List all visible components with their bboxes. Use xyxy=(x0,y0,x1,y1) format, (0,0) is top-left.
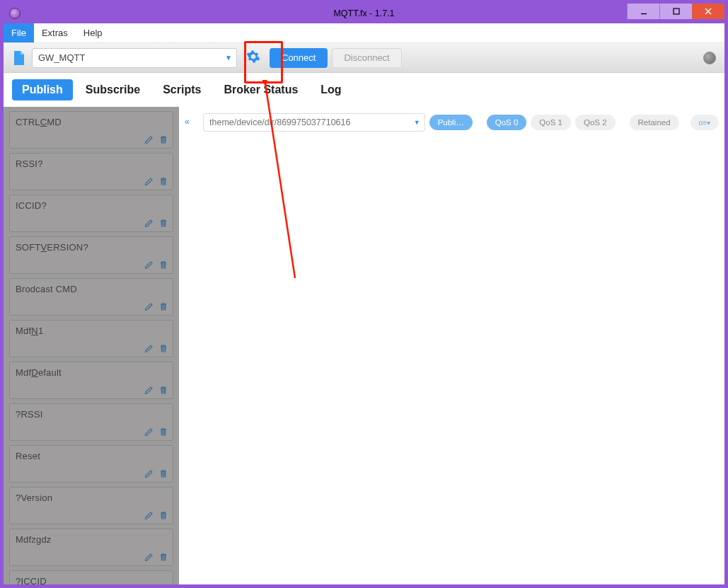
saved-topics-sidebar[interactable]: CTRLCMDRSSI?ICCID?SOFTVERSION?Brodcast C… xyxy=(4,107,179,584)
saved-topic-label: Brodcast CMD xyxy=(10,279,173,299)
trash-icon[interactable] xyxy=(158,260,168,270)
topic-combo[interactable]: theme/device/dir/869975037710616 ▼ xyxy=(203,113,425,132)
trash-icon[interactable] xyxy=(158,552,168,562)
tab-broker-status[interactable]: Broker Status xyxy=(214,79,308,100)
maximize-button[interactable] xyxy=(659,4,692,19)
edit-icon[interactable] xyxy=(144,427,154,437)
saved-topic-item[interactable]: ?RSSI xyxy=(9,403,173,441)
edit-icon[interactable] xyxy=(144,176,154,186)
connect-button[interactable]: Connect xyxy=(270,48,328,68)
sidebar-collapse-button[interactable]: « xyxy=(185,117,196,128)
connection-status-indicator xyxy=(703,52,716,64)
saved-topic-item[interactable]: CTRLCMD xyxy=(9,111,173,149)
format-options-pill[interactable]: o≡▾ xyxy=(691,115,719,130)
saved-topic-item[interactable]: Brodcast CMD xyxy=(9,278,173,316)
saved-topic-item[interactable]: SOFTVERSION? xyxy=(9,236,173,274)
minimize-button[interactable] xyxy=(627,4,659,19)
saved-topic-label: MdfN1 xyxy=(10,321,173,341)
svg-rect-1 xyxy=(674,8,679,14)
disconnect-button[interactable]: Disconnect xyxy=(332,48,401,68)
close-button[interactable] xyxy=(692,4,724,19)
trash-icon[interactable] xyxy=(158,385,168,395)
edit-icon[interactable] xyxy=(144,134,154,144)
trash-icon[interactable] xyxy=(158,343,168,353)
app-icon xyxy=(9,8,21,19)
saved-topic-label: RSSI? xyxy=(10,154,173,174)
tab-publish[interactable]: Publish xyxy=(12,79,73,100)
saved-topic-label: Reset xyxy=(10,446,173,466)
saved-topic-item[interactable]: MdfN1 xyxy=(9,320,173,357)
edit-icon[interactable] xyxy=(144,510,154,520)
publish-button[interactable]: Publi… xyxy=(429,115,473,130)
saved-topic-label: CTRLCMD xyxy=(10,112,173,132)
window-title: MQTT.fx - 1.7.1 xyxy=(4,8,724,18)
saved-topic-label: ?RSSI xyxy=(10,404,173,425)
trash-icon[interactable] xyxy=(158,427,168,437)
edit-icon[interactable] xyxy=(144,218,154,228)
trash-icon[interactable] xyxy=(158,218,168,228)
tab-log[interactable]: Log xyxy=(311,79,351,100)
saved-topic-label: ?ICCID xyxy=(10,571,173,584)
chevron-down-icon: ▼ xyxy=(414,119,420,126)
edit-icon[interactable] xyxy=(144,385,154,395)
edit-icon[interactable] xyxy=(144,301,154,311)
qos-1-pill[interactable]: QoS 1 xyxy=(531,115,571,130)
saved-topic-item[interactable]: MdfDefault xyxy=(9,362,173,399)
edit-icon[interactable] xyxy=(144,468,154,478)
trash-icon[interactable] xyxy=(158,301,168,311)
saved-topic-item[interactable]: ?ICCID xyxy=(9,570,173,584)
saved-topic-item[interactable]: RSSI? xyxy=(9,153,173,190)
chevron-down-icon: ▼ xyxy=(225,54,232,62)
edit-icon[interactable] xyxy=(144,343,154,353)
edit-icon[interactable] xyxy=(144,260,154,270)
connection-profile-combo[interactable]: GW_MQTT ▼ xyxy=(32,48,237,68)
saved-topic-label: ?Version xyxy=(10,488,173,508)
saved-topic-label: Mdfzgdz xyxy=(10,529,173,550)
menu-extras[interactable]: Extras xyxy=(34,23,76,42)
menu-help[interactable]: Help xyxy=(76,23,110,42)
qos-2-pill[interactable]: QoS 2 xyxy=(575,115,616,130)
connection-profile-value: GW_MQTT xyxy=(38,52,85,63)
retained-pill[interactable]: Retained xyxy=(630,115,679,130)
main-tabbar: Publish Subscribe Scripts Broker Status … xyxy=(4,73,724,107)
saved-topic-item[interactable]: Mdfzgdz xyxy=(9,529,173,566)
profile-file-icon xyxy=(12,50,26,67)
connection-bar: GW_MQTT ▼ Connect Disconnect xyxy=(4,43,724,73)
edit-icon[interactable] xyxy=(144,552,154,562)
saved-topic-label: MdfDefault xyxy=(10,362,173,383)
window-titlebar: MQTT.fx - 1.7.1 xyxy=(4,4,724,23)
tab-scripts[interactable]: Scripts xyxy=(153,79,211,100)
saved-topic-item[interactable]: ?Version xyxy=(9,487,173,524)
saved-topic-label: SOFTVERSION? xyxy=(10,237,173,258)
connection-settings-button[interactable] xyxy=(241,47,265,69)
trash-icon[interactable] xyxy=(158,134,168,144)
menubar: File Extras Help xyxy=(4,23,724,43)
trash-icon[interactable] xyxy=(158,510,168,520)
tab-subscribe[interactable]: Subscribe xyxy=(76,79,150,100)
publish-main-area: « theme/device/dir/869975037710616 ▼ Pub… xyxy=(179,107,724,584)
gear-icon xyxy=(246,50,260,67)
saved-topic-item[interactable]: Reset xyxy=(9,445,173,483)
saved-topic-item[interactable]: ICCID? xyxy=(9,195,173,232)
menu-file[interactable]: File xyxy=(4,23,34,42)
saved-topic-label: ICCID? xyxy=(10,195,173,216)
trash-icon[interactable] xyxy=(158,468,168,478)
topic-value: theme/device/dir/869975037710616 xyxy=(209,117,350,127)
qos-0-pill[interactable]: QoS 0 xyxy=(487,115,527,130)
publish-toolbar: « theme/device/dir/869975037710616 ▼ Pub… xyxy=(179,107,724,138)
trash-icon[interactable] xyxy=(158,176,168,186)
